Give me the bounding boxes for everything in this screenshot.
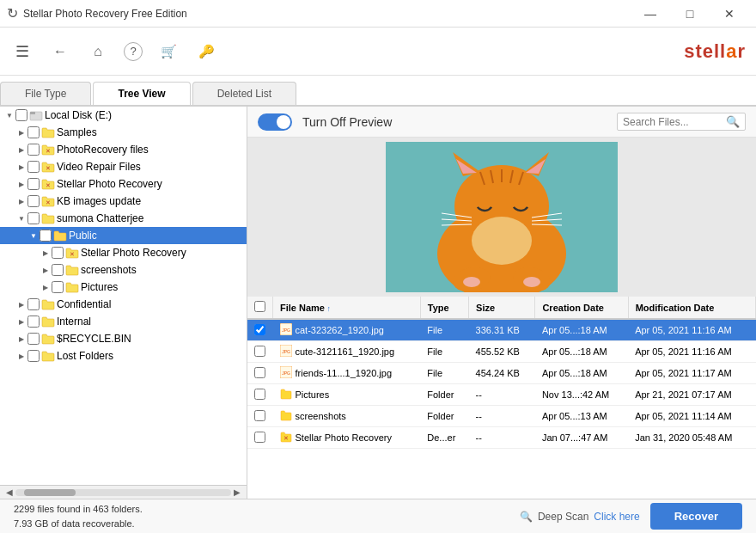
- tree-item-internal[interactable]: Internal: [0, 313, 247, 330]
- col-header-size[interactable]: Size: [469, 297, 535, 319]
- expander-photorecovery[interactable]: [15, 144, 27, 156]
- table-row[interactable]: JPG cute-3121161_1920.jpg File 455.52 KB…: [247, 341, 756, 363]
- expander-kb-images[interactable]: [15, 195, 27, 207]
- tab-deleted-list[interactable]: Deleted List: [192, 82, 296, 105]
- cb-kb-images[interactable]: [27, 195, 40, 207]
- expander-stellar-photo[interactable]: [15, 178, 27, 190]
- key-icon[interactable]: 🔑: [194, 40, 218, 64]
- tree-item-screenshots[interactable]: screenshots: [0, 261, 247, 279]
- cb-public[interactable]: [40, 230, 52, 242]
- close-button[interactable]: ✕: [710, 0, 749, 28]
- row-checkbox[interactable]: [254, 367, 265, 378]
- cb-video-repair[interactable]: [27, 161, 40, 173]
- tree-item-kb-images[interactable]: ✕ KB images update: [0, 193, 247, 210]
- back-nav-icon[interactable]: ←: [48, 40, 72, 64]
- scrollbar-thumb[interactable]: [24, 489, 76, 496]
- tab-file-type[interactable]: File Type: [0, 82, 91, 105]
- expander-samples[interactable]: [15, 126, 27, 138]
- cb-samples[interactable]: [27, 126, 40, 138]
- filename-text: cute-3121161_1920.jpg: [296, 346, 395, 357]
- stellar-logo: stellar: [684, 40, 746, 63]
- tree-item-photorecovery[interactable]: ✕ PhotoRecovery files: [0, 141, 247, 158]
- tree-item-local-disk[interactable]: Local Disk (E:): [0, 107, 247, 124]
- tree-item-stellar-photo[interactable]: ✕ Stellar Photo Recovery: [0, 175, 247, 193]
- cb-stellar-photo[interactable]: [27, 178, 40, 190]
- back-icon[interactable]: ↻: [7, 5, 18, 21]
- expander-public[interactable]: [27, 230, 40, 242]
- cb-pictures[interactable]: [52, 281, 64, 293]
- scroll-left-arrow[interactable]: ◀: [3, 487, 15, 499]
- scrollbar-track: [15, 489, 231, 496]
- left-scrollbar: ◀ ▶: [0, 485, 247, 499]
- scroll-right-arrow[interactable]: ▶: [231, 487, 243, 499]
- expander-recycle[interactable]: [15, 333, 27, 345]
- table-row[interactable]: screenshots Folder -- Apr 05...:13 AM Ap…: [247, 406, 756, 427]
- folder-icon-stellar-photo: ✕: [41, 177, 55, 191]
- row-type-cell: De...er: [420, 427, 468, 449]
- tree-item-public[interactable]: Public: [0, 227, 247, 244]
- col-header-creation[interactable]: Creation Date: [535, 297, 628, 319]
- expander-local-disk[interactable]: [3, 109, 15, 121]
- expander-internal[interactable]: [15, 316, 27, 328]
- menu-icon[interactable]: ☰: [10, 40, 34, 64]
- tree-item-pictures[interactable]: Pictures: [0, 279, 247, 296]
- cart-icon[interactable]: 🛒: [156, 40, 180, 64]
- expander-lost-folders[interactable]: [15, 350, 27, 362]
- folder-icon-kb-images: ✕: [41, 194, 55, 208]
- folder-icon-public: [53, 229, 67, 242]
- col-header-filename[interactable]: File Name: [273, 297, 421, 319]
- col-header-type[interactable]: Type: [420, 297, 468, 319]
- cb-stellar-photo-2[interactable]: [52, 247, 64, 259]
- cat-preview-canvas: [386, 142, 618, 292]
- expander-pictures[interactable]: [40, 281, 52, 293]
- file-icon: JPG: [280, 323, 292, 337]
- titlebar-controls: — □ ✕: [631, 0, 749, 28]
- help-icon[interactable]: ?: [124, 42, 143, 61]
- row-checkbox[interactable]: [254, 410, 265, 421]
- table-row[interactable]: Pictures Folder -- Nov 13...:42 AM Apr 2…: [247, 384, 756, 406]
- table-row[interactable]: JPG cat-323262_1920.jpg File 336.31 KB A…: [247, 319, 756, 341]
- tree-item-video-repair[interactable]: ✕ Video Repair Files: [0, 158, 247, 175]
- row-checkbox[interactable]: [254, 432, 265, 443]
- cb-sumona[interactable]: [27, 212, 40, 224]
- file-icon: [280, 409, 292, 423]
- cb-lost-folders[interactable]: [27, 350, 40, 362]
- row-creation-cell: Apr 05...:18 AM: [535, 363, 628, 384]
- row-checkbox[interactable]: [254, 346, 265, 357]
- table-row[interactable]: JPG friends-11...1_1920.jpg File 454.24 …: [247, 363, 756, 384]
- tree-item-stellar-photo-2[interactable]: ✕ Stellar Photo Recovery: [0, 244, 247, 261]
- row-size-cell: --: [469, 406, 535, 427]
- cb-local-disk[interactable]: [15, 109, 27, 121]
- statusbar: 2299 files found in 463 folders. 7.93 GB…: [0, 499, 756, 533]
- expander-confidential[interactable]: [15, 298, 27, 310]
- cb-photorecovery[interactable]: [27, 144, 40, 156]
- expander-screenshots[interactable]: [40, 264, 52, 276]
- maximize-button[interactable]: □: [670, 0, 710, 28]
- cb-internal[interactable]: [27, 316, 40, 328]
- home-icon[interactable]: ⌂: [86, 40, 110, 64]
- row-cb-cell: [247, 341, 273, 363]
- deep-scan-link[interactable]: Click here: [594, 511, 639, 523]
- expander-video-repair[interactable]: [15, 161, 27, 173]
- expander-sumona[interactable]: [15, 212, 27, 224]
- minimize-button[interactable]: —: [631, 0, 670, 28]
- tree-item-samples[interactable]: Samples: [0, 124, 247, 141]
- row-checkbox[interactable]: [254, 389, 265, 400]
- tree-item-confidential[interactable]: Confidential: [0, 296, 247, 313]
- table-row[interactable]: ✕ Stellar Photo Recovery De...er -- Jan …: [247, 427, 756, 449]
- expander-stellar-photo-2[interactable]: [40, 247, 52, 259]
- preview-toggle[interactable]: [258, 113, 292, 131]
- cb-screenshots[interactable]: [52, 264, 64, 276]
- cb-confidential[interactable]: [27, 298, 40, 310]
- row-filename-cell: JPG friends-11...1_1920.jpg: [273, 363, 421, 383]
- col-header-modification[interactable]: Modification Date: [628, 297, 755, 319]
- select-all-cb[interactable]: [254, 301, 265, 312]
- tree-item-recycle[interactable]: $RECYCLE.BIN: [0, 330, 247, 347]
- recover-button[interactable]: Recover: [650, 503, 742, 530]
- search-input[interactable]: [623, 116, 726, 128]
- row-checkbox[interactable]: [254, 324, 265, 335]
- tab-tree-view[interactable]: Tree View: [93, 82, 190, 105]
- tree-item-sumona[interactable]: sumona Chatterjee: [0, 210, 247, 227]
- tree-item-lost-folders[interactable]: Lost Folders: [0, 347, 247, 365]
- cb-recycle[interactable]: [27, 333, 40, 345]
